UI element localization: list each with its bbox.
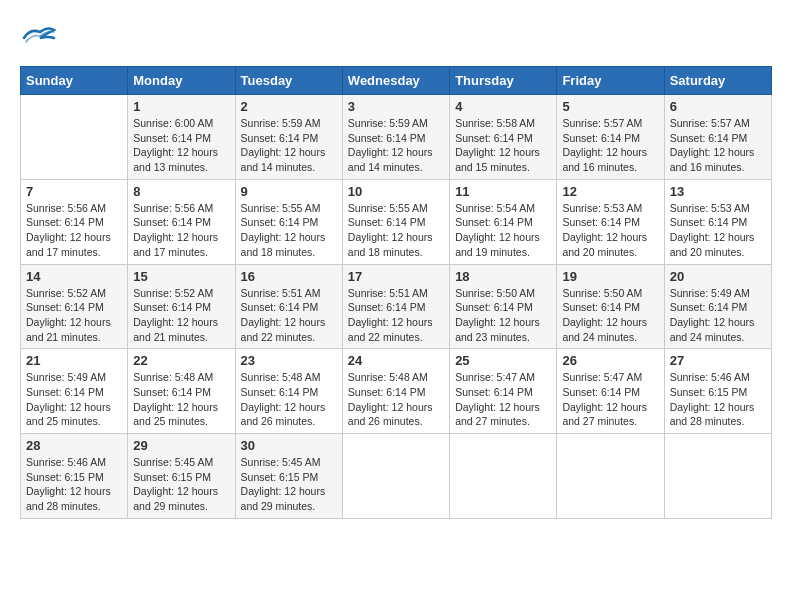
day-info: Sunrise: 5:48 AMSunset: 6:14 PMDaylight:… [348, 370, 444, 429]
col-header-saturday: Saturday [664, 67, 771, 95]
calendar-cell: 12Sunrise: 5:53 AMSunset: 6:14 PMDayligh… [557, 179, 664, 264]
day-number: 2 [241, 99, 337, 114]
calendar-cell: 17Sunrise: 5:51 AMSunset: 6:14 PMDayligh… [342, 264, 449, 349]
calendar-cell: 20Sunrise: 5:49 AMSunset: 6:14 PMDayligh… [664, 264, 771, 349]
day-info: Sunrise: 5:48 AMSunset: 6:14 PMDaylight:… [133, 370, 229, 429]
day-info: Sunrise: 6:00 AMSunset: 6:14 PMDaylight:… [133, 116, 229, 175]
day-number: 10 [348, 184, 444, 199]
day-number: 28 [26, 438, 122, 453]
col-header-tuesday: Tuesday [235, 67, 342, 95]
calendar-cell: 26Sunrise: 5:47 AMSunset: 6:14 PMDayligh… [557, 349, 664, 434]
day-info: Sunrise: 5:45 AMSunset: 6:15 PMDaylight:… [241, 455, 337, 514]
day-info: Sunrise: 5:49 AMSunset: 6:14 PMDaylight:… [26, 370, 122, 429]
calendar-cell: 3Sunrise: 5:59 AMSunset: 6:14 PMDaylight… [342, 95, 449, 180]
calendar-cell: 21Sunrise: 5:49 AMSunset: 6:14 PMDayligh… [21, 349, 128, 434]
day-number: 6 [670, 99, 766, 114]
calendar-cell: 29Sunrise: 5:45 AMSunset: 6:15 PMDayligh… [128, 434, 235, 519]
day-info: Sunrise: 5:56 AMSunset: 6:14 PMDaylight:… [133, 201, 229, 260]
day-number: 18 [455, 269, 551, 284]
day-info: Sunrise: 5:53 AMSunset: 6:14 PMDaylight:… [670, 201, 766, 260]
day-number: 5 [562, 99, 658, 114]
day-info: Sunrise: 5:47 AMSunset: 6:14 PMDaylight:… [455, 370, 551, 429]
day-info: Sunrise: 5:46 AMSunset: 6:15 PMDaylight:… [670, 370, 766, 429]
day-number: 24 [348, 353, 444, 368]
page-header [20, 20, 772, 56]
calendar-cell: 6Sunrise: 5:57 AMSunset: 6:14 PMDaylight… [664, 95, 771, 180]
day-number: 9 [241, 184, 337, 199]
day-info: Sunrise: 5:46 AMSunset: 6:15 PMDaylight:… [26, 455, 122, 514]
day-number: 19 [562, 269, 658, 284]
calendar-cell: 9Sunrise: 5:55 AMSunset: 6:14 PMDaylight… [235, 179, 342, 264]
day-info: Sunrise: 5:57 AMSunset: 6:14 PMDaylight:… [562, 116, 658, 175]
calendar-cell: 27Sunrise: 5:46 AMSunset: 6:15 PMDayligh… [664, 349, 771, 434]
day-number: 12 [562, 184, 658, 199]
day-info: Sunrise: 5:49 AMSunset: 6:14 PMDaylight:… [670, 286, 766, 345]
calendar-cell: 14Sunrise: 5:52 AMSunset: 6:14 PMDayligh… [21, 264, 128, 349]
calendar-cell: 13Sunrise: 5:53 AMSunset: 6:14 PMDayligh… [664, 179, 771, 264]
day-number: 26 [562, 353, 658, 368]
calendar-cell: 2Sunrise: 5:59 AMSunset: 6:14 PMDaylight… [235, 95, 342, 180]
day-info: Sunrise: 5:58 AMSunset: 6:14 PMDaylight:… [455, 116, 551, 175]
day-number: 29 [133, 438, 229, 453]
calendar-cell: 22Sunrise: 5:48 AMSunset: 6:14 PMDayligh… [128, 349, 235, 434]
calendar-table: SundayMondayTuesdayWednesdayThursdayFrid… [20, 66, 772, 519]
day-number: 1 [133, 99, 229, 114]
day-number: 20 [670, 269, 766, 284]
day-info: Sunrise: 5:48 AMSunset: 6:14 PMDaylight:… [241, 370, 337, 429]
calendar-cell: 24Sunrise: 5:48 AMSunset: 6:14 PMDayligh… [342, 349, 449, 434]
calendar-cell: 8Sunrise: 5:56 AMSunset: 6:14 PMDaylight… [128, 179, 235, 264]
calendar-cell [557, 434, 664, 519]
calendar-cell: 11Sunrise: 5:54 AMSunset: 6:14 PMDayligh… [450, 179, 557, 264]
day-info: Sunrise: 5:56 AMSunset: 6:14 PMDaylight:… [26, 201, 122, 260]
day-info: Sunrise: 5:55 AMSunset: 6:14 PMDaylight:… [348, 201, 444, 260]
day-number: 23 [241, 353, 337, 368]
calendar-row: 7Sunrise: 5:56 AMSunset: 6:14 PMDaylight… [21, 179, 772, 264]
day-number: 21 [26, 353, 122, 368]
day-info: Sunrise: 5:55 AMSunset: 6:14 PMDaylight:… [241, 201, 337, 260]
day-info: Sunrise: 5:52 AMSunset: 6:14 PMDaylight:… [26, 286, 122, 345]
calendar-row: 14Sunrise: 5:52 AMSunset: 6:14 PMDayligh… [21, 264, 772, 349]
calendar-cell: 16Sunrise: 5:51 AMSunset: 6:14 PMDayligh… [235, 264, 342, 349]
calendar-cell: 18Sunrise: 5:50 AMSunset: 6:14 PMDayligh… [450, 264, 557, 349]
day-number: 25 [455, 353, 551, 368]
calendar-cell [342, 434, 449, 519]
day-number: 13 [670, 184, 766, 199]
calendar-row: 28Sunrise: 5:46 AMSunset: 6:15 PMDayligh… [21, 434, 772, 519]
day-number: 11 [455, 184, 551, 199]
day-number: 27 [670, 353, 766, 368]
calendar-cell: 19Sunrise: 5:50 AMSunset: 6:14 PMDayligh… [557, 264, 664, 349]
day-info: Sunrise: 5:47 AMSunset: 6:14 PMDaylight:… [562, 370, 658, 429]
day-info: Sunrise: 5:52 AMSunset: 6:14 PMDaylight:… [133, 286, 229, 345]
calendar-cell: 25Sunrise: 5:47 AMSunset: 6:14 PMDayligh… [450, 349, 557, 434]
day-number: 7 [26, 184, 122, 199]
day-number: 17 [348, 269, 444, 284]
day-info: Sunrise: 5:53 AMSunset: 6:14 PMDaylight:… [562, 201, 658, 260]
day-info: Sunrise: 5:50 AMSunset: 6:14 PMDaylight:… [562, 286, 658, 345]
day-info: Sunrise: 5:50 AMSunset: 6:14 PMDaylight:… [455, 286, 551, 345]
day-info: Sunrise: 5:57 AMSunset: 6:14 PMDaylight:… [670, 116, 766, 175]
calendar-cell: 15Sunrise: 5:52 AMSunset: 6:14 PMDayligh… [128, 264, 235, 349]
col-header-friday: Friday [557, 67, 664, 95]
calendar-cell: 10Sunrise: 5:55 AMSunset: 6:14 PMDayligh… [342, 179, 449, 264]
calendar-cell [664, 434, 771, 519]
calendar-row: 1Sunrise: 6:00 AMSunset: 6:14 PMDaylight… [21, 95, 772, 180]
day-number: 4 [455, 99, 551, 114]
day-number: 14 [26, 269, 122, 284]
calendar-cell: 23Sunrise: 5:48 AMSunset: 6:14 PMDayligh… [235, 349, 342, 434]
calendar-row: 21Sunrise: 5:49 AMSunset: 6:14 PMDayligh… [21, 349, 772, 434]
calendar-cell: 30Sunrise: 5:45 AMSunset: 6:15 PMDayligh… [235, 434, 342, 519]
calendar-header-row: SundayMondayTuesdayWednesdayThursdayFrid… [21, 67, 772, 95]
day-info: Sunrise: 5:59 AMSunset: 6:14 PMDaylight:… [241, 116, 337, 175]
calendar-cell: 5Sunrise: 5:57 AMSunset: 6:14 PMDaylight… [557, 95, 664, 180]
day-info: Sunrise: 5:51 AMSunset: 6:14 PMDaylight:… [348, 286, 444, 345]
calendar-cell [450, 434, 557, 519]
calendar-cell [21, 95, 128, 180]
day-number: 3 [348, 99, 444, 114]
col-header-sunday: Sunday [21, 67, 128, 95]
calendar-cell: 28Sunrise: 5:46 AMSunset: 6:15 PMDayligh… [21, 434, 128, 519]
day-info: Sunrise: 5:54 AMSunset: 6:14 PMDaylight:… [455, 201, 551, 260]
day-info: Sunrise: 5:59 AMSunset: 6:14 PMDaylight:… [348, 116, 444, 175]
day-number: 22 [133, 353, 229, 368]
col-header-monday: Monday [128, 67, 235, 95]
calendar-cell: 4Sunrise: 5:58 AMSunset: 6:14 PMDaylight… [450, 95, 557, 180]
